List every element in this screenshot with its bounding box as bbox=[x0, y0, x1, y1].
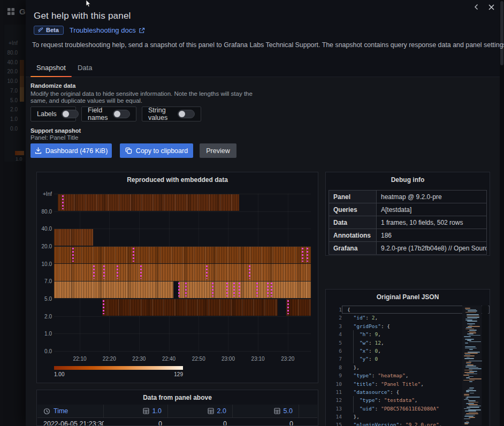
toggle-labels[interactable]: Labels bbox=[30, 107, 76, 121]
screen: Ge +Inf80.040.020.010.07.05.02.01.00.0 1… bbox=[0, 0, 504, 426]
minimap-line bbox=[466, 391, 469, 392]
beta-badge-label: Beta bbox=[46, 27, 59, 33]
code-token: "uid" bbox=[360, 406, 375, 412]
copy-to-clipboard-button[interactable]: Copy to clipboard bbox=[120, 143, 193, 158]
code-token: "9.2.0-pre" bbox=[406, 422, 439, 426]
heatmap-band bbox=[54, 247, 311, 264]
minimap-line bbox=[466, 377, 470, 378]
code-token: , bbox=[375, 315, 378, 321]
code-token: , bbox=[415, 397, 418, 403]
minimap-line bbox=[469, 335, 481, 336]
minimap-line bbox=[465, 318, 477, 320]
line-number: 7 bbox=[327, 355, 347, 363]
y-axis-label: 7.0 bbox=[37, 278, 52, 284]
annotation-marker bbox=[206, 265, 208, 279]
column-header-2.0[interactable]: 2.0 bbox=[168, 405, 233, 417]
column-header-1.0[interactable]: 1.0 bbox=[104, 405, 168, 417]
drawer-scrollbar-thumb[interactable] bbox=[500, 1, 503, 65]
heatmap-color-scale bbox=[54, 366, 183, 370]
minimap-line bbox=[467, 321, 478, 322]
grid-icon bbox=[143, 408, 149, 414]
line-number: 3 bbox=[327, 322, 347, 330]
debug-value: 9.2.0-pre (17b2fb04e8) // Open Source bbox=[377, 242, 487, 255]
code-text: "uid": "PD8C576611E62080A" bbox=[347, 405, 439, 413]
annotation-marker bbox=[271, 283, 272, 296]
annotation-marker bbox=[178, 283, 180, 296]
code-line: 12"type": "testdata", bbox=[327, 396, 462, 404]
tab-data[interactable]: Data bbox=[72, 60, 98, 77]
code-line: 4"h": 9, bbox=[327, 330, 462, 338]
toggle-field-names[interactable]: Field names bbox=[81, 107, 136, 121]
debug-row: QueriesA[testdata] bbox=[329, 203, 487, 216]
minimap-line bbox=[464, 394, 469, 395]
toggle-string-values[interactable]: String values bbox=[142, 107, 201, 121]
debug-label: Panel bbox=[329, 191, 377, 203]
code-token: "h" bbox=[360, 331, 369, 337]
code-token: "x" bbox=[360, 348, 369, 354]
minimap-line bbox=[470, 393, 474, 394]
minimap-line bbox=[469, 332, 476, 333]
debug-value: heatmap @ 9.2.0-pre bbox=[377, 191, 487, 203]
y-axis-label: 5.0 bbox=[37, 296, 52, 302]
collapse-drawer-button[interactable] bbox=[472, 3, 480, 11]
minimap-line bbox=[464, 423, 468, 424]
minimap-line bbox=[464, 355, 475, 356]
toggle-knob bbox=[63, 111, 69, 117]
minimap-line bbox=[469, 406, 481, 407]
x-axis-label: 23:10 bbox=[251, 356, 265, 362]
code-minimap[interactable] bbox=[462, 306, 482, 425]
toggle-switch[interactable] bbox=[113, 110, 130, 118]
randomize-description-line2: same, and duplicate values will be equal… bbox=[30, 97, 142, 104]
troubleshooting-docs-link[interactable]: Troubleshooting docs bbox=[70, 26, 145, 34]
close-drawer-button[interactable] bbox=[487, 3, 495, 11]
minimap-line bbox=[465, 354, 470, 355]
support-panel-label: Panel: Panel Title bbox=[30, 134, 79, 141]
column-header-time[interactable]: Time bbox=[37, 405, 104, 417]
debug-row: Panelheatmap @ 9.2.0-pre bbox=[329, 191, 487, 203]
indent-guide bbox=[353, 405, 354, 413]
annotation-marker bbox=[133, 248, 134, 262]
drawer-scrollbar[interactable] bbox=[500, 0, 504, 426]
close-icon bbox=[488, 4, 495, 11]
y-axis-label: 1.0 bbox=[37, 331, 52, 337]
minimap-line bbox=[465, 415, 475, 416]
external-link-icon bbox=[139, 27, 145, 34]
toggle-switch[interactable] bbox=[62, 110, 79, 118]
code-text: "title": "Panel Title", bbox=[347, 380, 424, 388]
code-text: { bbox=[347, 306, 350, 314]
toggle-switch[interactable] bbox=[178, 110, 195, 118]
minimap-line bbox=[469, 368, 481, 369]
column-header-5.0[interactable]: 5.0 bbox=[233, 405, 299, 417]
drawer-title: Get help with this panel bbox=[34, 11, 131, 21]
code-text: "h": 9, bbox=[347, 330, 381, 338]
rocket-icon bbox=[37, 27, 43, 33]
minimap-line bbox=[465, 410, 476, 412]
minimap-line bbox=[465, 309, 476, 310]
download-icon bbox=[35, 147, 42, 154]
heatmap-plot-area[interactable] bbox=[54, 194, 311, 351]
minimap-line bbox=[467, 314, 479, 315]
debug-value: A[testdata] bbox=[377, 203, 487, 216]
dashboard-download-button[interactable]: Dashboard (476 KiB) bbox=[30, 143, 112, 158]
heatmap-chart[interactable]: +Inf80.040.020.010.07.05.02.01.00.022:10… bbox=[37, 172, 318, 383]
code-token: , bbox=[439, 422, 442, 426]
minimap-line bbox=[469, 361, 482, 362]
y-axis-label: 40.0 bbox=[37, 226, 52, 232]
preview-button[interactable]: Preview bbox=[200, 143, 236, 158]
mouse-cursor bbox=[85, 0, 92, 8]
tab-snapshot[interactable]: Snapshot bbox=[30, 60, 72, 77]
json-code-editor[interactable]: 1{2"id": 2,3"gridPos": {4"h": 9,5"w": 12… bbox=[327, 306, 462, 426]
code-text: "datasource": { bbox=[347, 388, 399, 396]
minimap-line bbox=[468, 389, 473, 390]
y-axis-label: 0.0 bbox=[37, 348, 52, 354]
grid-icon bbox=[274, 408, 280, 414]
heatmap-band bbox=[54, 229, 93, 246]
code-scrollbar[interactable] bbox=[482, 306, 488, 425]
code-text: "x": 0, bbox=[347, 347, 381, 355]
minimap-line bbox=[466, 403, 474, 404]
data-table-title: Data from panel above bbox=[37, 394, 318, 401]
code-text: "pluginVersion": "9.2.0-pre", bbox=[347, 421, 442, 426]
minimap-line bbox=[469, 402, 478, 403]
indent-guide bbox=[353, 355, 354, 363]
minimap-line bbox=[465, 312, 476, 313]
